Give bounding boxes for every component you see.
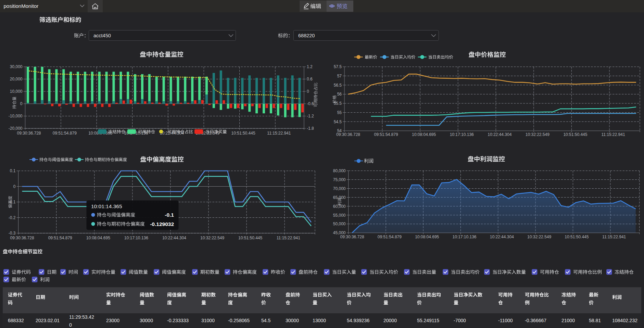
svg-text:2023.02.01: 2023.02.01	[36, 318, 60, 323]
svg-text:57: 57	[337, 74, 342, 78]
svg-text:55,000: 55,000	[333, 213, 346, 218]
svg-text:10:17:10.136: 10:17:10.136	[450, 132, 474, 137]
svg-text:09:51:54.879: 09:51:54.879	[374, 132, 398, 137]
svg-text:0: 0	[69, 322, 72, 328]
svg-text:-0.1: -0.1	[165, 212, 174, 218]
svg-text:55.249115: 55.249115	[417, 318, 439, 323]
svg-text:23000: 23000	[106, 318, 119, 323]
svg-text:-7000: -7000	[454, 318, 466, 323]
svg-text:-0.233333: -0.233333	[167, 318, 189, 323]
svg-text:0.6: 0.6	[307, 77, 313, 81]
svg-text:1.2: 1.2	[307, 64, 313, 69]
svg-text:11:29:53.42: 11:29:53.42	[69, 314, 94, 320]
svg-text:-0.2: -0.2	[9, 215, 16, 220]
svg-text:10:01:14.365: 10:01:14.365	[91, 203, 122, 209]
svg-text:10:51:50.445: 10:51:50.445	[565, 235, 589, 239]
svg-text:-1.2: -1.2	[307, 114, 314, 118]
svg-text:11:15:22.941: 11:15:22.941	[267, 131, 291, 136]
svg-text:688332: 688332	[8, 318, 24, 323]
svg-text:75,000: 75,000	[333, 177, 346, 182]
svg-text:57.5: 57.5	[334, 64, 342, 69]
svg-text:54.939236: 54.939236	[347, 318, 369, 323]
svg-text:11:15:22.941: 11:15:22.941	[601, 132, 625, 137]
svg-text:10:22:44.304: 10:22:44.304	[490, 235, 514, 239]
svg-text:positionMonitor: positionMonitor	[4, 3, 39, 9]
svg-text:0: 0	[20, 101, 23, 106]
svg-text:30000: 30000	[286, 318, 299, 323]
svg-text:31000: 31000	[201, 318, 215, 323]
svg-text:11:15:22.941: 11:15:22.941	[602, 235, 626, 239]
svg-text:-20,000: -20,000	[9, 126, 23, 131]
svg-text:56.5: 56.5	[334, 83, 342, 88]
svg-text:13000: 13000	[313, 318, 326, 323]
svg-text:09:30:36.728: 09:30:36.728	[10, 236, 34, 240]
svg-text:21000: 21000	[561, 318, 575, 323]
svg-text:11:15:22.941: 11:15:22.941	[277, 236, 301, 240]
svg-text:-1.8: -1.8	[307, 126, 314, 131]
svg-text:58.81: 58.81	[589, 318, 601, 323]
svg-text:10:08:04.695: 10:08:04.695	[412, 132, 436, 137]
svg-text:10:32:22.549: 10:32:22.549	[526, 132, 550, 137]
svg-text:-0.6: -0.6	[307, 101, 314, 106]
svg-text:-0.3: -0.3	[9, 231, 16, 236]
svg-text:0: 0	[307, 89, 309, 94]
svg-text:30,000: 30,000	[10, 64, 23, 69]
svg-text:09:30:36.728: 09:30:36.728	[336, 132, 360, 137]
svg-text:70,000: 70,000	[333, 186, 346, 191]
svg-text:10:51:50.445: 10:51:50.445	[563, 132, 587, 137]
svg-text:acct450: acct450	[93, 33, 111, 38]
svg-text:-11000: -11000	[498, 318, 513, 323]
svg-text:688220: 688220	[298, 33, 315, 38]
svg-text:10:32:22.549: 10:32:22.549	[527, 235, 551, 239]
svg-text:-0.129032: -0.129032	[150, 221, 174, 227]
svg-text:54.5: 54.5	[334, 119, 342, 124]
svg-text:-10,000: -10,000	[9, 114, 23, 118]
svg-text:20,000: 20,000	[10, 77, 23, 81]
svg-text:09:51:54.879: 09:51:54.879	[53, 131, 77, 136]
svg-text:10:51:50.445: 10:51:50.445	[231, 131, 255, 136]
svg-text:10:22:44.304: 10:22:44.304	[162, 236, 186, 240]
svg-text:10:51:50.445: 10:51:50.445	[238, 236, 262, 240]
svg-text:10:32:22.549: 10:32:22.549	[200, 236, 224, 240]
svg-text:09:30:36.728: 09:30:36.728	[340, 235, 364, 239]
svg-text:0: 0	[13, 184, 16, 189]
svg-text:09:51:54.879: 09:51:54.879	[48, 236, 72, 240]
svg-text:30000: 30000	[140, 318, 153, 323]
svg-text:09:30:36.728: 09:30:36.728	[17, 131, 41, 136]
svg-text:55.5: 55.5	[334, 101, 342, 106]
svg-text:10,000: 10,000	[10, 89, 23, 94]
svg-text:0.1: 0.1	[10, 168, 16, 173]
svg-text:54.5: 54.5	[261, 318, 270, 323]
svg-text:10:22:44.304: 10:22:44.304	[488, 132, 512, 137]
svg-text:55: 55	[337, 110, 342, 115]
svg-text:80,000: 80,000	[333, 168, 346, 173]
svg-text:108402.232: 108402.232	[612, 318, 637, 323]
svg-text:10:17:10.136: 10:17:10.136	[452, 235, 476, 239]
svg-text:56: 56	[337, 92, 342, 97]
svg-text:-0.366667: -0.366667	[525, 318, 546, 323]
svg-text:10:22:44.304: 10:22:44.304	[160, 131, 184, 136]
svg-text:50,000: 50,000	[333, 222, 346, 226]
svg-text:10:17:10.136: 10:17:10.136	[124, 236, 148, 240]
svg-text:10:08:04.695: 10:08:04.695	[86, 236, 110, 240]
svg-text:10:08:04.695: 10:08:04.695	[415, 235, 439, 239]
svg-text:09:51:54.879: 09:51:54.879	[378, 235, 402, 239]
svg-text:20000: 20000	[383, 318, 397, 323]
svg-text:-0.258065: -0.258065	[228, 318, 250, 323]
